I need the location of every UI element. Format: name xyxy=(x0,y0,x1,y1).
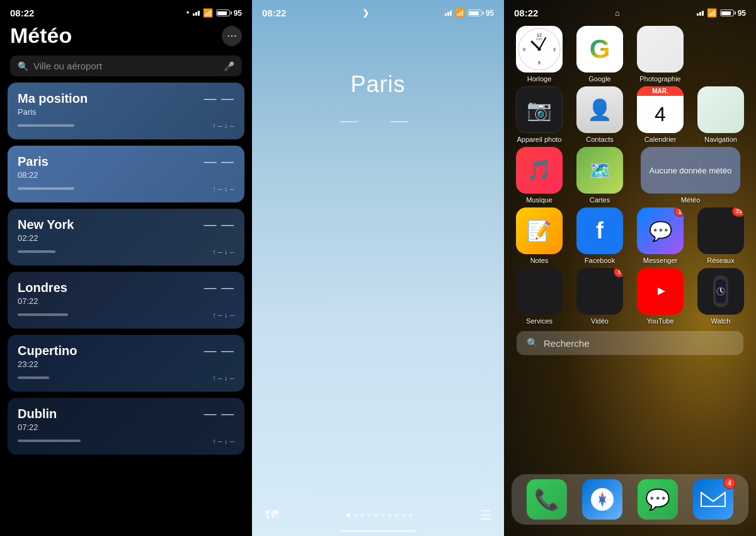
mail-icon: 4 xyxy=(693,479,733,520)
dot-7 xyxy=(388,513,392,517)
microphone-icon: 🎤 xyxy=(224,61,234,71)
reseaux-label: Réseaux xyxy=(707,257,734,264)
battery-home: 95 xyxy=(720,9,746,18)
app-item-photographie[interactable]: Photographie xyxy=(633,26,688,83)
notes-icon: 📝 xyxy=(516,207,563,254)
city-sub: 07:22 xyxy=(18,296,234,306)
messenger-icon: 💬 1 xyxy=(637,207,684,254)
location-arrow-icon-paris: ❯ xyxy=(362,8,369,18)
app-item-google[interactable]: G Google xyxy=(572,26,627,83)
app-grid: 12 6 9 3 PAR Horloge G Google xyxy=(504,21,756,325)
city-card-maposition[interactable]: Ma position Paris — — ↑ -- ↓ -- xyxy=(8,83,244,139)
city-bar-row: ↑ -- ↓ -- xyxy=(18,374,234,382)
city-card-cupertino[interactable]: Cupertino 23:22 — — ↑ -- ↓ -- xyxy=(8,335,244,392)
city-card-newyork[interactable]: New York 02:22 — — ↑ -- ↓ -- xyxy=(8,209,244,265)
home-icon: ⌂ xyxy=(615,8,620,18)
battery-pct: 95 xyxy=(234,9,242,18)
time-home: 08:22 xyxy=(514,8,538,18)
youtube-label: YouTube xyxy=(646,317,673,325)
facebook-icon: f xyxy=(576,207,623,254)
video-label: Vidéo xyxy=(591,317,609,325)
status-bar-paris: 08:22 ❯ 📶 95 xyxy=(252,0,504,21)
dot-2 xyxy=(353,513,357,517)
search-bar[interactable]: 🔍 Ville ou aéroport 🎤 xyxy=(10,55,242,76)
city-card-dublin[interactable]: Dublin 07:22 — — ↑ -- ↓ -- xyxy=(8,398,244,455)
app-item-messenger[interactable]: 💬 1 Messenger xyxy=(633,207,688,264)
cartes-icon: 🗺️ xyxy=(576,147,623,194)
app-item-contacts[interactable]: 👤 Contacts xyxy=(572,86,627,143)
dot-9 xyxy=(402,513,406,517)
city-temp: — — xyxy=(203,344,234,358)
battery-paris: 95 xyxy=(468,9,494,18)
app-item-cartes[interactable]: 🗺️ Cartes xyxy=(572,147,627,204)
camera-label: Appareil photo xyxy=(517,136,562,143)
app-item-navigation[interactable]: Navigation xyxy=(693,86,748,143)
meteo-widget-text: Aucune donnée météo xyxy=(650,166,732,175)
dock-item-messages[interactable]: 💬 xyxy=(638,479,678,520)
svg-text:3: 3 xyxy=(553,47,556,52)
city-arrows: ↑ -- ↓ -- xyxy=(212,122,234,129)
city-temp-bar xyxy=(18,187,74,190)
map-icon[interactable]: 🗺 xyxy=(265,507,278,523)
city-temp-bar xyxy=(18,124,74,127)
app-item-notes[interactable]: 📝 Notes xyxy=(512,207,567,264)
search-label-home: Recherche xyxy=(544,338,590,349)
dock-item-safari[interactable] xyxy=(582,479,622,520)
city-card-londres[interactable]: Londres 07:22 — — ↑ -- ↓ -- xyxy=(8,272,244,329)
app-item-meteo-widget[interactable]: Aucune donnée météo Météo xyxy=(633,147,748,204)
city-name: Paris xyxy=(18,154,234,169)
camera-icon: 📷 xyxy=(516,86,563,133)
cartes-label: Cartes xyxy=(590,196,610,204)
app-item-reseaux[interactable]: 23 Réseaux xyxy=(693,207,748,264)
more-button[interactable]: ⋯ xyxy=(222,26,242,46)
city-card-paris[interactable]: Paris 08:22 — — ↑ -- ↓ -- xyxy=(8,146,244,202)
city-temp: — — xyxy=(203,407,234,421)
app-item-services[interactable]: Services xyxy=(512,268,567,325)
status-bar-home: 08:22 ⌂ 📶 95 xyxy=(504,0,756,21)
app-item-horloge[interactable]: 12 6 9 3 PAR Horloge xyxy=(512,26,567,83)
signal-icon xyxy=(193,11,200,16)
app-item-musique[interactable]: 🎵 Musique xyxy=(512,147,567,204)
search-icon: 🔍 xyxy=(18,61,28,71)
status-icons-weather: ‣ 📶 95 xyxy=(186,8,242,18)
city-sub: 08:22 xyxy=(18,170,234,180)
city-sub: 23:22 xyxy=(18,359,234,369)
list-icon[interactable]: ☰ xyxy=(480,508,491,523)
dot-4 xyxy=(367,513,371,517)
city-sub: Paris xyxy=(18,107,234,117)
photographie-icon xyxy=(637,26,684,73)
app-item-watch[interactable]: Watch xyxy=(693,268,748,325)
reseaux-badge: 23 xyxy=(732,207,744,217)
meteo-widget-icon: Aucune donnée météo xyxy=(641,147,740,194)
city-bar-row: ↑ -- ↓ -- xyxy=(18,185,234,192)
search-icon-home: 🔍 xyxy=(527,337,539,349)
musique-icon: 🎵 xyxy=(516,147,563,194)
time-paris: 08:22 xyxy=(262,8,286,18)
city-arrows: ↑ -- ↓ -- xyxy=(212,437,234,445)
youtube-icon xyxy=(637,268,684,315)
app-item-camera[interactable]: 📷 Appareil photo xyxy=(512,86,567,143)
musique-label: Musique xyxy=(526,196,553,204)
battery-icon: 95 xyxy=(216,9,242,18)
watch-icon xyxy=(697,268,744,315)
dock-item-mail[interactable]: 4 xyxy=(693,479,733,520)
dock: 📞 💬 xyxy=(512,474,748,525)
app-item-facebook[interactable]: f Facebook xyxy=(572,207,627,264)
paris-bottom-bar: 🗺 ☰ xyxy=(252,507,504,523)
dot-6 xyxy=(381,513,385,517)
city-bar-row: ↑ -- ↓ -- xyxy=(18,122,234,129)
photographie-label: Photographie xyxy=(639,75,680,83)
city-arrows: ↑ -- ↓ -- xyxy=(212,248,234,255)
home-search-bar[interactable]: 🔍 Recherche xyxy=(517,331,743,355)
messages-icon: 💬 xyxy=(638,479,678,520)
app-item-calendrier[interactable]: MAR. 4 Calendrier xyxy=(633,86,688,143)
app-item-youtube[interactable]: YouTube xyxy=(633,268,688,325)
city-temp: — — xyxy=(203,154,234,169)
city-temp-bar xyxy=(18,313,68,316)
city-temp: — — xyxy=(203,91,234,106)
messenger-badge: 1 xyxy=(674,207,684,217)
location-arrow-icon: ‣ xyxy=(186,9,190,17)
app-item-video[interactable]: 1 Vidéo xyxy=(572,268,627,325)
dock-item-phone[interactable]: 📞 xyxy=(527,479,567,520)
weather-list-panel: 08:22 ‣ 📶 95 Météo ⋯ 🔍 Ville ou aéroport… xyxy=(0,0,252,536)
